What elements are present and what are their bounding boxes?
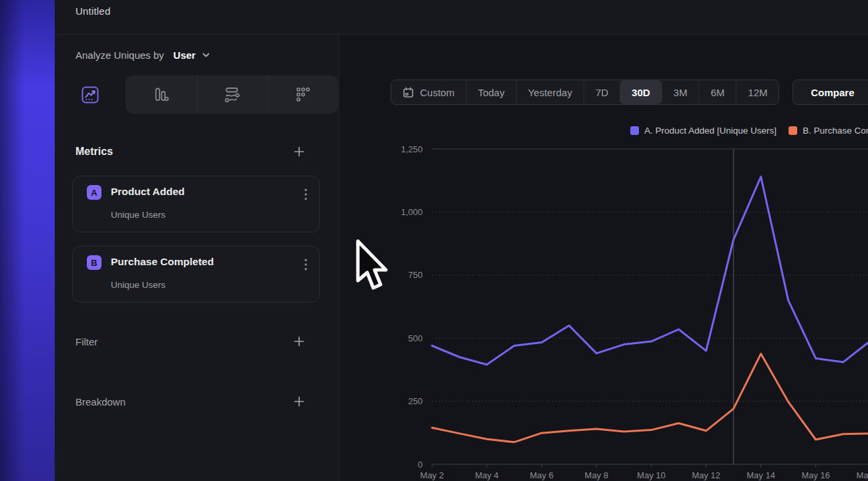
range-label: Yesterday [528, 87, 572, 98]
metric-card-a[interactable]: AProduct AddedUnique Users [72, 176, 320, 232]
left-nav-rail [0, 0, 55, 481]
bar-chart-icon [152, 86, 170, 104]
range-30d[interactable]: 30D [620, 80, 662, 104]
series-a-line [432, 177, 868, 365]
y-tick-label: 1,000 [401, 207, 423, 217]
metric-name: Purchase Completed [111, 256, 214, 268]
visualization-tabs [55, 75, 339, 114]
range-label: 6M [710, 87, 724, 98]
retention-icon [294, 86, 312, 104]
metric-name: Product Added [111, 186, 185, 198]
analyze-uniques-row: Analyze Uniques by User [55, 35, 339, 75]
kebab-menu-icon[interactable] [304, 259, 307, 271]
x-tick-label: May 18 [856, 470, 868, 480]
breakdown-section-row: Breakdown [55, 393, 339, 410]
analytics-app: { "window": { "title": "Untitled" }, "si… [0, 0, 868, 481]
top-header: Untitled [55, 0, 868, 35]
section-label: Breakdown [75, 396, 126, 408]
range-label: 30D [632, 87, 650, 98]
chart-panel: CustomTodayYesterday7D30D3M6M12M Compare… [339, 35, 868, 481]
x-tick-label: May 14 [746, 470, 775, 480]
range-yesterday[interactable]: Yesterday [516, 80, 584, 104]
metric-list: AProduct AddedUnique UsersBPurchase Comp… [55, 176, 339, 303]
filter-breakdown-sections: FilterBreakdown [55, 333, 339, 410]
tab-funnels-bar-chart[interactable] [126, 75, 196, 114]
y-tick-label: 750 [408, 270, 423, 280]
metric-badge: B [87, 255, 101, 270]
add-filter-button[interactable] [294, 336, 304, 347]
range-6m[interactable]: 6M [698, 80, 736, 104]
add-metric-button[interactable] [294, 146, 304, 157]
metric-measurement[interactable]: Unique Users [111, 280, 166, 290]
x-tick-label: May 10 [637, 470, 666, 480]
x-tick-label: May 4 [475, 470, 498, 480]
range-label: Today [478, 87, 505, 98]
range-12m[interactable]: 12M [736, 80, 779, 104]
range-label: Custom [420, 87, 455, 98]
x-tick-label: May 12 [692, 470, 720, 480]
range-label: 3M [674, 87, 688, 98]
series-b-line [432, 354, 868, 442]
range-custom[interactable]: Custom [391, 80, 466, 104]
section-label: Filter [75, 336, 97, 347]
query-builder-sidebar: Analyze Uniques by User [55, 35, 339, 481]
metric-card-b[interactable]: BPurchase CompletedUnique Users [72, 246, 320, 303]
x-tick-label: May 16 [801, 470, 830, 480]
x-tick-label: May 6 [529, 470, 553, 480]
kebab-menu-icon[interactable] [304, 188, 307, 200]
range-3m[interactable]: 3M [662, 80, 699, 104]
report-title[interactable]: Untitled [75, 5, 868, 17]
range-label: 7D [596, 87, 608, 98]
tab-retention[interactable] [268, 75, 339, 114]
y-tick-label: 1,250 [401, 144, 423, 154]
metric-measurement[interactable]: Unique Users [111, 210, 166, 220]
y-tick-label: 500 [408, 333, 423, 343]
analyze-entity-dropdown[interactable]: User [174, 49, 196, 61]
metrics-section-header: Metrics [55, 144, 339, 159]
y-tick-label: 0 [418, 460, 423, 470]
calendar-icon [403, 87, 414, 98]
line-chart-icon [81, 86, 99, 104]
chevron-down-icon [202, 53, 210, 57]
range-today[interactable]: Today [466, 80, 516, 104]
tab-flows[interactable] [197, 75, 268, 114]
y-tick-label: 250 [408, 396, 423, 406]
add-breakdown-button[interactable] [294, 396, 304, 407]
x-tick-label: May 8 [585, 470, 608, 480]
metrics-title: Metrics [75, 146, 113, 158]
range-label: 12M [748, 87, 767, 98]
tab-insights-line-chart[interactable] [55, 75, 126, 114]
filter-section-row: Filter [55, 333, 339, 349]
line-chart: 02505007501,0001,250May 2May 4May 6May 8… [339, 102, 868, 481]
metric-badge: A [87, 185, 101, 200]
analyze-label: Analyze Uniques by [75, 49, 164, 61]
x-tick-label: May 2 [420, 470, 443, 480]
range-7d[interactable]: 7D [584, 80, 620, 104]
flows-icon [224, 86, 241, 104]
